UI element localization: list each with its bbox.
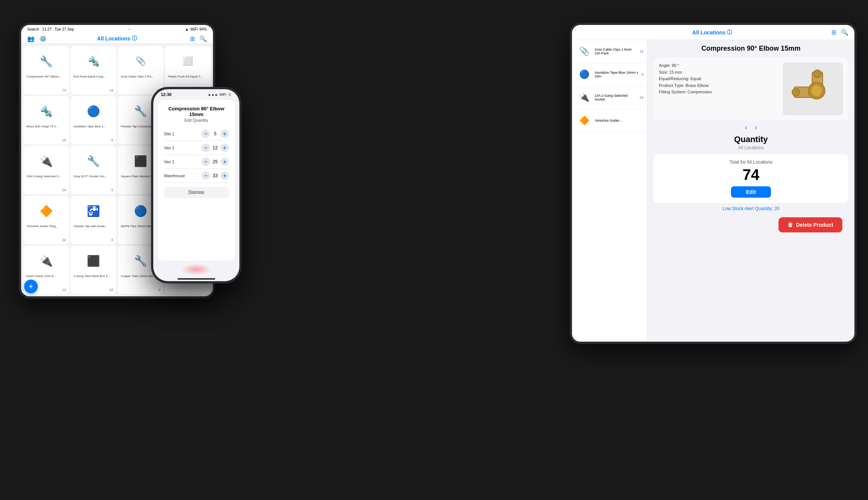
qty-plus-van1[interactable]: +: [220, 144, 229, 152]
qty-label-van2: Van 2: [164, 159, 202, 164]
quantity-row-site1: Site 1 − 5 +: [164, 127, 229, 141]
modal-subtitle: Edit Quantity: [164, 118, 229, 122]
iphone-device: 12:30 ▲▲▲ WiFi 🔋 Compression 90° Elbow 1…: [151, 87, 242, 283]
end-feed-label: End Feed Equal Coup...: [74, 75, 113, 79]
spec-size: Size: 15 mm: [659, 69, 777, 76]
grey-92-count: 5: [111, 188, 113, 192]
backbox-image: ⬛: [82, 249, 106, 273]
outside-tap-image: 🚰: [82, 199, 106, 223]
hinge-image: 🔩: [34, 99, 59, 123]
qty-minus-van1[interactable]: −: [202, 144, 210, 152]
mini-list-yorkshire-label: Yorkshire Solder...: [595, 119, 641, 122]
mini-list-grey-clips-img: 📎: [576, 43, 592, 60]
next-arrow[interactable]: ›: [755, 124, 757, 132]
grey-clips-image: 📎: [129, 49, 153, 73]
copper-tube-image: 🔧: [129, 249, 153, 273]
nav-info-icon: ⓘ: [132, 35, 137, 42]
detail-header-card: Angle: 90 ° Size: 15 mm Equal/Reducing: …: [654, 57, 848, 121]
ipad-right-navbar: All Locations ⓘ ⊞ 🔍: [572, 25, 854, 40]
compression-elbow-image: 🔧: [34, 49, 59, 73]
socket-image: 🔌: [34, 149, 59, 173]
qty-label-van1: Van 1: [164, 146, 202, 150]
mini-list-item-tape[interactable]: 🔵 Insulation Tape Blue 19mm x 33m 6: [572, 63, 647, 86]
earth-clamp-image: 🔌: [34, 249, 59, 273]
mini-list-grey-clips-label: Grey Cable Clips 2.5mm 100 Pack: [595, 48, 637, 55]
quantity-title: Quantity: [654, 135, 848, 144]
right-nav-info-icon: ⓘ: [727, 29, 732, 36]
quantity-section: Quantity All Locations Total for All Loc…: [648, 135, 854, 211]
wifi-icon: WiFi: [190, 27, 198, 31]
add-product-fab[interactable]: +: [24, 280, 38, 293]
signal-icon: ▲: [185, 27, 189, 31]
flexible-tap-image: 🔧: [129, 99, 153, 123]
right-search-icon[interactable]: 🔍: [841, 29, 848, 36]
qty-minus-warehouse[interactable]: −: [202, 172, 210, 180]
grid-item-backbox[interactable]: ⬛ 2-Gang Steel Back Box 2... 22: [71, 246, 116, 294]
people-icon[interactable]: 👥: [27, 35, 35, 42]
grid-item-outside-tap[interactable]: 🚰 Outside Tap with Doubl... 6: [71, 196, 116, 244]
mdpe-image: 🔵: [129, 199, 153, 223]
time-label: 11:27: [42, 27, 52, 31]
yorkshire-count: 24: [62, 238, 66, 242]
grid-item-grey-92[interactable]: 🔧 Grey 92.5° Double Soc... 5: [71, 146, 116, 194]
qty-plus-warehouse[interactable]: +: [220, 172, 229, 180]
qty-plus-site1[interactable]: +: [220, 130, 229, 138]
iphone-modal: Compression 90° Elbow 15mm Edit Quantity…: [158, 100, 235, 261]
qty-value-site1: 5: [210, 131, 220, 136]
delete-product-button[interactable]: 🗑 Delete Product: [779, 217, 842, 232]
battery-label: 94%: [199, 27, 207, 31]
mini-list-item-grey-clips[interactable]: 📎 Grey Cable Clips 2.5mm 100 Pack 15: [572, 40, 647, 63]
prev-arrow[interactable]: ‹: [745, 124, 747, 132]
grid-item-tape[interactable]: 🔵 Insulation Tape Blue 1... 6: [71, 96, 116, 144]
qty-minus-van2[interactable]: −: [202, 158, 210, 166]
filter-icon[interactable]: ⚙️: [39, 35, 47, 42]
mini-list-socket-label: 13A 2-Gang Switched Socket: [595, 94, 637, 101]
mini-list-item-socket[interactable]: 🔌 13A 2-Gang Switched Socket 24: [572, 86, 647, 109]
grid-item-socket[interactable]: 🔌 13A 2-Gang Switched S... 24: [23, 146, 69, 194]
grid-icon[interactable]: ⊞: [190, 35, 195, 42]
low-stock-label: Low Stock Alert Quantity: 20: [654, 206, 848, 211]
edit-quantity-button[interactable]: Edit: [731, 186, 771, 198]
mini-list-item-yorkshire[interactable]: 🔶 Yorkshire Solder...: [572, 109, 647, 132]
quantity-row-van2: Van 2 − 25 +: [164, 155, 229, 169]
iphone-glow: [181, 264, 211, 275]
mini-list-socket-img: 🔌: [576, 89, 592, 106]
iphone-wifi-icon: WiFi: [219, 93, 226, 96]
earth-clamp-label: Earth Clamp 2mm E...: [26, 274, 66, 278]
search-icon[interactable]: 🔍: [199, 35, 207, 42]
nav-title: All Locations: [97, 36, 130, 42]
tape-count: 6: [111, 138, 113, 142]
right-grid-icon[interactable]: ⊞: [831, 29, 836, 36]
iphone-time: 12:30: [161, 92, 171, 97]
total-card: Total for All Locations 74 Edit: [654, 154, 848, 203]
tape-label: Insulation Tape Blue 1...: [74, 125, 113, 128]
socket-label: 13A 2-Gang Switched S...: [26, 175, 66, 178]
grid-item-yorkshire[interactable]: 🔶 Yorkshire Solder Ring _ 24: [23, 196, 69, 244]
grid-item-compression-elbow[interactable]: 🔧 Compression 90° Elbow... 74: [23, 46, 69, 94]
ipad-left-status-bar: Search 11:27 Tue 27 Sep ··· ▲ WiFi 94%: [21, 25, 213, 34]
grid-item-grey-clips[interactable]: 📎 Grey Cable Clips 2.5m... 15: [118, 46, 163, 94]
spec-fitting-system: Fitting System: Compression: [659, 89, 777, 96]
detail-specs: Angle: 90 ° Size: 15 mm Equal/Reducing: …: [659, 62, 777, 96]
grey-92-label: Grey 92.5° Double Soc...: [74, 175, 113, 178]
copper-tube-count: 9: [159, 288, 160, 292]
end-feed-count: 18: [109, 88, 113, 92]
total-for-label: Total for All Locations: [729, 159, 772, 165]
modal-product-title: Compression 90° Elbow 15mm: [164, 106, 229, 117]
qty-value-van2: 25: [210, 159, 220, 164]
mini-list-socket-count: 24: [640, 96, 643, 99]
qty-minus-site1[interactable]: −: [202, 130, 210, 138]
dismiss-button[interactable]: Dismiss: [164, 187, 229, 198]
spec-angle: Angle: 90 °: [659, 62, 777, 69]
mini-list-yorkshire-img: 🔶: [576, 112, 592, 129]
grey-92-image: 🔧: [82, 149, 106, 173]
qty-plus-van2[interactable]: +: [220, 158, 229, 166]
total-number: 74: [743, 166, 760, 183]
outside-tap-label: Outside Tap with Doubl...: [74, 224, 113, 228]
quantity-row-van1: Van 1 − 12 +: [164, 141, 229, 155]
grid-item-hinge[interactable]: 🔩 Brass Butt Hinge 76 X... 16: [23, 96, 69, 144]
iphone-home-indicator: [177, 278, 215, 280]
grid-item-end-feed[interactable]: 🔩 End Feed Equal Coup... 18: [71, 46, 116, 94]
dots-menu: ···: [128, 27, 131, 31]
backbox-count: 22: [109, 288, 113, 292]
